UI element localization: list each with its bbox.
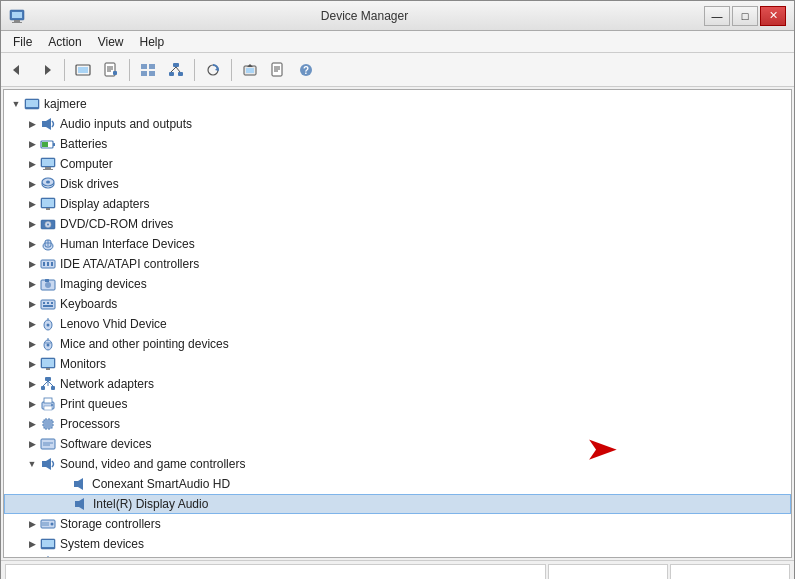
menu-view[interactable]: View bbox=[90, 33, 132, 51]
svg-point-88 bbox=[51, 404, 53, 406]
tree-item-diskdrives[interactable]: ▶ Disk drives bbox=[4, 174, 791, 194]
tree-item-processors[interactable]: ▶ Processors bbox=[4, 414, 791, 434]
imaging-expand[interactable]: ▶ bbox=[24, 276, 40, 292]
tree-item-imaging[interactable]: ▶ Imaging devices bbox=[4, 274, 791, 294]
tree-item-network[interactable]: ▶ Network adapters bbox=[4, 374, 791, 394]
tree-root[interactable]: ▼ kajmere bbox=[4, 94, 791, 114]
ide-icon bbox=[40, 256, 56, 272]
svg-rect-35 bbox=[42, 121, 46, 127]
processors-icon bbox=[40, 416, 56, 432]
svg-rect-13 bbox=[141, 64, 147, 69]
lenovo-expand[interactable]: ▶ bbox=[24, 316, 40, 332]
tree-item-print[interactable]: ▶ Print queues bbox=[4, 394, 791, 414]
hid-expand[interactable]: ▶ bbox=[24, 236, 40, 252]
print-icon bbox=[40, 396, 56, 412]
properties2-button[interactable] bbox=[265, 57, 291, 83]
resources-connection-button[interactable] bbox=[163, 57, 189, 83]
tree-item-keyboards[interactable]: ▶ Keyboards bbox=[4, 294, 791, 314]
svg-marker-105 bbox=[78, 478, 83, 490]
menu-bar: File Action View Help bbox=[1, 31, 794, 53]
tree-item-conexant[interactable]: Conexant SmartAudio HD bbox=[4, 474, 791, 494]
tree-item-monitors[interactable]: ▶ Monitors bbox=[4, 354, 791, 374]
tree-item-batteries[interactable]: ▶ Batteries bbox=[4, 134, 791, 154]
close-button[interactable]: ✕ bbox=[760, 6, 786, 26]
keyboards-icon bbox=[40, 296, 56, 312]
svg-rect-25 bbox=[246, 68, 254, 73]
svg-rect-2 bbox=[14, 20, 20, 22]
tree-item-hid[interactable]: ▶ Human Interface Devices bbox=[4, 234, 791, 254]
processors-expand[interactable]: ▶ bbox=[24, 416, 40, 432]
menu-file[interactable]: File bbox=[5, 33, 40, 51]
tree-item-intel-audio[interactable]: Intel(R) Display Audio bbox=[4, 494, 791, 514]
device-tree[interactable]: ▼ kajmere ▶ bbox=[3, 89, 792, 558]
svg-rect-34 bbox=[26, 100, 38, 107]
status-panel-3 bbox=[670, 564, 790, 580]
dvd-expand[interactable]: ▶ bbox=[24, 216, 40, 232]
print-expand[interactable]: ▶ bbox=[24, 396, 40, 412]
tree-item-audio[interactable]: ▶ Audio inputs and outputs bbox=[4, 114, 791, 134]
resources-type-button[interactable] bbox=[135, 57, 161, 83]
svg-rect-15 bbox=[141, 71, 147, 76]
tree-item-display[interactable]: ▶ Display adapters bbox=[4, 194, 791, 214]
batteries-expand[interactable]: ▶ bbox=[24, 136, 40, 152]
svg-rect-39 bbox=[42, 142, 48, 147]
tree-item-mice[interactable]: ▶ Mice and other pointing devices bbox=[4, 334, 791, 354]
svg-line-21 bbox=[176, 67, 180, 72]
keyboards-expand[interactable]: ▶ bbox=[24, 296, 40, 312]
svg-rect-58 bbox=[43, 262, 45, 266]
tree-item-system[interactable]: ▶ System devices bbox=[4, 534, 791, 554]
svg-rect-60 bbox=[51, 262, 53, 266]
properties-button[interactable] bbox=[98, 57, 124, 83]
tree-item-lenovo[interactable]: ▶ Lenovo Vhid Device bbox=[4, 314, 791, 334]
svg-rect-3 bbox=[12, 22, 22, 23]
audio-expand[interactable]: ▶ bbox=[24, 116, 40, 132]
title-bar: Device Manager — □ ✕ bbox=[1, 1, 794, 31]
minimize-button[interactable]: — bbox=[704, 6, 730, 26]
tree-item-usb[interactable]: ▶ Universal Serial Bus controllers bbox=[4, 554, 791, 558]
show-parent-button[interactable] bbox=[70, 57, 96, 83]
svg-line-82 bbox=[43, 381, 48, 386]
svg-marker-107 bbox=[79, 498, 84, 510]
menu-action[interactable]: Action bbox=[40, 33, 89, 51]
forward-button[interactable] bbox=[33, 57, 59, 83]
storage-expand[interactable]: ▶ bbox=[24, 516, 40, 532]
system-expand[interactable]: ▶ bbox=[24, 536, 40, 552]
help-button[interactable]: ? bbox=[293, 57, 319, 83]
svg-rect-48 bbox=[42, 199, 54, 207]
tree-item-dvd[interactable]: ▶ DVD/CD-ROM drives bbox=[4, 214, 791, 234]
tree-item-computer[interactable]: ▶ Computer bbox=[4, 154, 791, 174]
app-icon bbox=[9, 8, 25, 24]
ide-expand[interactable]: ▶ bbox=[24, 256, 40, 272]
svg-rect-67 bbox=[51, 302, 53, 304]
svg-point-62 bbox=[45, 282, 51, 288]
computer-expand[interactable]: ▶ bbox=[24, 156, 40, 172]
diskdrives-icon bbox=[40, 176, 56, 192]
monitors-expand[interactable]: ▶ bbox=[24, 356, 40, 372]
usb-expand[interactable]: ▶ bbox=[24, 556, 40, 558]
sound-expand[interactable]: ▼ bbox=[24, 456, 40, 472]
root-icon bbox=[24, 96, 40, 112]
network-expand[interactable]: ▶ bbox=[24, 376, 40, 392]
menu-help[interactable]: Help bbox=[132, 33, 173, 51]
tree-item-software[interactable]: ▶ Software devices bbox=[4, 434, 791, 454]
maximize-button[interactable]: □ bbox=[732, 6, 758, 26]
processors-label: Processors bbox=[60, 417, 120, 431]
tree-item-storage[interactable]: ▶ Storage controllers bbox=[4, 514, 791, 534]
back-button[interactable] bbox=[5, 57, 31, 83]
keyboards-label: Keyboards bbox=[60, 297, 117, 311]
display-expand[interactable]: ▶ bbox=[24, 196, 40, 212]
mice-label: Mice and other pointing devices bbox=[60, 337, 229, 351]
tree-item-sound[interactable]: ▼ Sound, video and game controllers bbox=[4, 454, 791, 474]
root-expand[interactable]: ▼ bbox=[8, 96, 24, 112]
svg-rect-68 bbox=[43, 305, 53, 307]
scan-button[interactable] bbox=[200, 57, 226, 83]
svg-text:?: ? bbox=[303, 65, 309, 76]
tree-item-ide[interactable]: ▶ IDE ATA/ATAPI controllers bbox=[4, 254, 791, 274]
dvd-label: DVD/CD-ROM drives bbox=[60, 217, 173, 231]
mice-expand[interactable]: ▶ bbox=[24, 336, 40, 352]
window: Device Manager — □ ✕ File Action View He… bbox=[0, 0, 795, 579]
software-expand[interactable]: ▶ bbox=[24, 436, 40, 452]
diskdrives-label: Disk drives bbox=[60, 177, 119, 191]
update-driver-button[interactable] bbox=[237, 57, 263, 83]
diskdrives-expand[interactable]: ▶ bbox=[24, 176, 40, 192]
